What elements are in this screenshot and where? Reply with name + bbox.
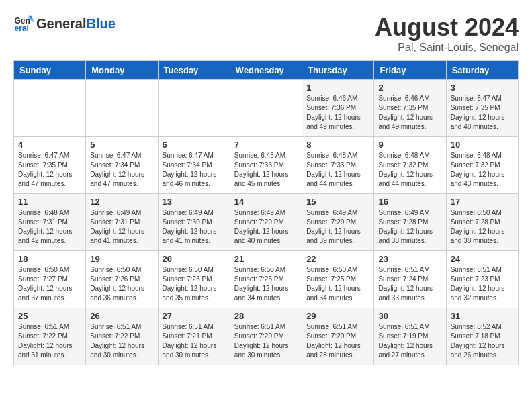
day-number: 17 xyxy=(451,197,514,207)
day-info: Sunrise: 6:51 AM Sunset: 7:22 PM Dayligh… xyxy=(18,322,81,360)
day-number: 4 xyxy=(18,140,81,150)
day-info: Sunrise: 6:48 AM Sunset: 7:33 PM Dayligh… xyxy=(306,151,369,189)
logo-icon: Gen eral xyxy=(13,13,34,34)
location: Pal, Saint-Louis, Senegal xyxy=(375,42,519,54)
day-number: 19 xyxy=(90,254,153,264)
calendar-cell-w4d0: 25Sunrise: 6:51 AM Sunset: 7:22 PM Dayli… xyxy=(14,308,86,365)
calendar-cell-w2d1: 12Sunrise: 6:49 AM Sunset: 7:31 PM Dayli… xyxy=(86,194,158,251)
day-info: Sunrise: 6:48 AM Sunset: 7:32 PM Dayligh… xyxy=(451,151,514,189)
logo: Gen eral GeneralBlue xyxy=(13,13,116,34)
day-number: 18 xyxy=(18,254,81,264)
calendar-cell-w2d2: 13Sunrise: 6:49 AM Sunset: 7:30 PM Dayli… xyxy=(158,194,230,251)
day-info: Sunrise: 6:52 AM Sunset: 7:18 PM Dayligh… xyxy=(451,322,514,360)
day-number: 7 xyxy=(234,140,298,150)
day-number: 3 xyxy=(451,83,514,93)
calendar-cell-w2d3: 14Sunrise: 6:49 AM Sunset: 7:29 PM Dayli… xyxy=(230,194,302,251)
day-number: 23 xyxy=(378,254,441,264)
calendar-cell-w2d0: 11Sunrise: 6:48 AM Sunset: 7:31 PM Dayli… xyxy=(14,194,86,251)
day-number: 29 xyxy=(306,311,369,321)
calendar-cell-w4d2: 27Sunrise: 6:51 AM Sunset: 7:21 PM Dayli… xyxy=(158,308,230,365)
title-area: August 2024 Pal, Saint-Louis, Senegal xyxy=(375,13,519,54)
calendar-cell-w2d4: 15Sunrise: 6:49 AM Sunset: 7:29 PM Dayli… xyxy=(302,194,374,251)
day-number: 28 xyxy=(234,311,298,321)
calendar-cell-w4d5: 30Sunrise: 6:51 AM Sunset: 7:19 PM Dayli… xyxy=(374,308,446,365)
calendar-cell-w3d1: 19Sunrise: 6:50 AM Sunset: 7:26 PM Dayli… xyxy=(86,251,158,308)
calendar-cell-w3d6: 24Sunrise: 6:51 AM Sunset: 7:23 PM Dayli… xyxy=(446,251,518,308)
header-saturday: Saturday xyxy=(446,61,518,80)
day-number: 31 xyxy=(451,311,514,321)
day-number: 16 xyxy=(378,197,441,207)
calendar-cell-w0d3 xyxy=(230,80,302,137)
calendar-cell-w1d6: 10Sunrise: 6:48 AM Sunset: 7:32 PM Dayli… xyxy=(446,137,518,194)
calendar-cell-w1d3: 7Sunrise: 6:48 AM Sunset: 7:33 PM Daylig… xyxy=(230,137,302,194)
calendar-cell-w1d4: 8Sunrise: 6:48 AM Sunset: 7:33 PM Daylig… xyxy=(302,137,374,194)
day-info: Sunrise: 6:50 AM Sunset: 7:26 PM Dayligh… xyxy=(163,265,226,303)
day-info: Sunrise: 6:51 AM Sunset: 7:20 PM Dayligh… xyxy=(234,322,298,360)
day-number: 12 xyxy=(90,197,153,207)
calendar-week-1: 4Sunrise: 6:47 AM Sunset: 7:35 PM Daylig… xyxy=(14,137,519,194)
calendar-cell-w0d5: 2Sunrise: 6:46 AM Sunset: 7:35 PM Daylig… xyxy=(374,80,446,137)
calendar-cell-w0d2 xyxy=(158,80,230,137)
day-number: 27 xyxy=(163,311,226,321)
header-monday: Monday xyxy=(86,61,158,80)
calendar-cell-w4d1: 26Sunrise: 6:51 AM Sunset: 7:22 PM Dayli… xyxy=(86,308,158,365)
day-info: Sunrise: 6:46 AM Sunset: 7:36 PM Dayligh… xyxy=(306,94,369,132)
calendar-week-0: 1Sunrise: 6:46 AM Sunset: 7:36 PM Daylig… xyxy=(14,80,519,137)
calendar-cell-w2d6: 17Sunrise: 6:50 AM Sunset: 7:28 PM Dayli… xyxy=(446,194,518,251)
day-number: 6 xyxy=(163,140,226,150)
calendar-header-row: SundayMondayTuesdayWednesdayThursdayFrid… xyxy=(14,61,519,80)
calendar-cell-w0d0 xyxy=(14,80,86,137)
day-info: Sunrise: 6:51 AM Sunset: 7:21 PM Dayligh… xyxy=(163,322,226,360)
header-friday: Friday xyxy=(374,61,446,80)
month-year: August 2024 xyxy=(375,13,519,42)
day-info: Sunrise: 6:49 AM Sunset: 7:29 PM Dayligh… xyxy=(306,208,369,246)
day-number: 10 xyxy=(451,140,514,150)
day-info: Sunrise: 6:48 AM Sunset: 7:32 PM Dayligh… xyxy=(378,151,441,189)
day-info: Sunrise: 6:48 AM Sunset: 7:33 PM Dayligh… xyxy=(234,151,298,189)
calendar-cell-w2d5: 16Sunrise: 6:49 AM Sunset: 7:28 PM Dayli… xyxy=(374,194,446,251)
calendar-table: SundayMondayTuesdayWednesdayThursdayFrid… xyxy=(13,60,519,365)
day-info: Sunrise: 6:49 AM Sunset: 7:28 PM Dayligh… xyxy=(378,208,441,246)
header-tuesday: Tuesday xyxy=(158,61,230,80)
day-number: 21 xyxy=(234,254,298,264)
logo-text-blue: Blue xyxy=(86,16,115,32)
day-info: Sunrise: 6:47 AM Sunset: 7:35 PM Dayligh… xyxy=(451,94,514,132)
calendar-cell-w3d0: 18Sunrise: 6:50 AM Sunset: 7:27 PM Dayli… xyxy=(14,251,86,308)
day-info: Sunrise: 6:47 AM Sunset: 7:34 PM Dayligh… xyxy=(90,151,153,189)
day-number: 26 xyxy=(90,311,153,321)
day-number: 30 xyxy=(378,311,441,321)
calendar-week-4: 25Sunrise: 6:51 AM Sunset: 7:22 PM Dayli… xyxy=(14,308,519,365)
day-info: Sunrise: 6:47 AM Sunset: 7:34 PM Dayligh… xyxy=(163,151,226,189)
calendar-cell-w3d3: 21Sunrise: 6:50 AM Sunset: 7:25 PM Dayli… xyxy=(230,251,302,308)
day-number: 5 xyxy=(90,140,153,150)
calendar-cell-w0d1 xyxy=(86,80,158,137)
calendar-cell-w1d1: 5Sunrise: 6:47 AM Sunset: 7:34 PM Daylig… xyxy=(86,137,158,194)
calendar-cell-w4d6: 31Sunrise: 6:52 AM Sunset: 7:18 PM Dayli… xyxy=(446,308,518,365)
calendar-cell-w1d5: 9Sunrise: 6:48 AM Sunset: 7:32 PM Daylig… xyxy=(374,137,446,194)
calendar-cell-w0d6: 3Sunrise: 6:47 AM Sunset: 7:35 PM Daylig… xyxy=(446,80,518,137)
day-number: 20 xyxy=(163,254,226,264)
day-number: 24 xyxy=(451,254,514,264)
day-info: Sunrise: 6:49 AM Sunset: 7:30 PM Dayligh… xyxy=(163,208,226,246)
calendar-cell-w1d0: 4Sunrise: 6:47 AM Sunset: 7:35 PM Daylig… xyxy=(14,137,86,194)
day-info: Sunrise: 6:51 AM Sunset: 7:22 PM Dayligh… xyxy=(90,322,153,360)
day-number: 14 xyxy=(234,197,298,207)
calendar-cell-w3d4: 22Sunrise: 6:50 AM Sunset: 7:25 PM Dayli… xyxy=(302,251,374,308)
day-number: 13 xyxy=(163,197,226,207)
header-wednesday: Wednesday xyxy=(230,61,302,80)
calendar-cell-w4d3: 28Sunrise: 6:51 AM Sunset: 7:20 PM Dayli… xyxy=(230,308,302,365)
day-info: Sunrise: 6:50 AM Sunset: 7:25 PM Dayligh… xyxy=(234,265,298,303)
calendar-week-2: 11Sunrise: 6:48 AM Sunset: 7:31 PM Dayli… xyxy=(14,194,519,251)
calendar-cell-w3d5: 23Sunrise: 6:51 AM Sunset: 7:24 PM Dayli… xyxy=(374,251,446,308)
day-info: Sunrise: 6:51 AM Sunset: 7:24 PM Dayligh… xyxy=(378,265,441,303)
day-info: Sunrise: 6:49 AM Sunset: 7:29 PM Dayligh… xyxy=(234,208,298,246)
day-number: 1 xyxy=(306,83,369,93)
day-info: Sunrise: 6:50 AM Sunset: 7:27 PM Dayligh… xyxy=(18,265,81,303)
day-info: Sunrise: 6:49 AM Sunset: 7:31 PM Dayligh… xyxy=(90,208,153,246)
day-number: 25 xyxy=(18,311,81,321)
day-number: 22 xyxy=(306,254,369,264)
calendar-cell-w0d4: 1Sunrise: 6:46 AM Sunset: 7:36 PM Daylig… xyxy=(302,80,374,137)
day-info: Sunrise: 6:51 AM Sunset: 7:20 PM Dayligh… xyxy=(306,322,369,360)
header-sunday: Sunday xyxy=(14,61,86,80)
day-number: 2 xyxy=(378,83,441,93)
